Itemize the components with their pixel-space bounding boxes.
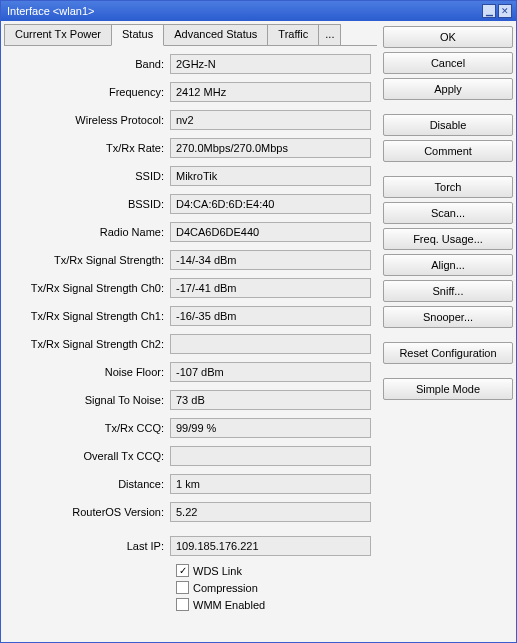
reset-config-button[interactable]: Reset Configuration xyxy=(383,342,513,364)
band-value: 2GHz-N xyxy=(170,54,371,74)
wmm-enabled-label: WMM Enabled xyxy=(193,599,265,611)
routeros-version-value: 5.22 xyxy=(170,502,371,522)
compression-row: Compression xyxy=(176,581,371,594)
last-ip-label: Last IP: xyxy=(10,540,170,552)
signal-ch2-label: Tx/Rx Signal Strength Ch2: xyxy=(10,338,170,350)
close-icon[interactable]: ✕ xyxy=(498,4,512,18)
distance-label: Distance: xyxy=(10,478,170,490)
tab-traffic[interactable]: Traffic xyxy=(267,24,319,45)
bssid-value: D4:CA:6D:6D:E4:40 xyxy=(170,194,371,214)
titlebar: Interface <wlan1> ▁ ✕ xyxy=(1,1,516,21)
routeros-version-label: RouterOS Version: xyxy=(10,506,170,518)
titlebar-controls: ▁ ✕ xyxy=(482,4,512,18)
scan-button[interactable]: Scan... xyxy=(383,202,513,224)
txrx-rate-label: Tx/Rx Rate: xyxy=(10,142,170,154)
distance-value: 1 km xyxy=(170,474,371,494)
disable-button[interactable]: Disable xyxy=(383,114,513,136)
ok-button[interactable]: OK xyxy=(383,26,513,48)
status-form: Band:2GHz-N Frequency:2412 MHz Wireless … xyxy=(4,46,377,639)
wmm-enabled-row: WMM Enabled xyxy=(176,598,371,611)
frequency-label: Frequency: xyxy=(10,86,170,98)
window-title: Interface <wlan1> xyxy=(7,5,482,17)
button-panel: OK Cancel Apply Disable Comment Torch Sc… xyxy=(383,24,513,639)
tabstrip: Current Tx Power Status Advanced Status … xyxy=(4,24,377,46)
wds-link-label: WDS Link xyxy=(193,565,242,577)
wds-link-checkbox[interactable]: ✓ xyxy=(176,564,189,577)
radio-name-value: D4CA6D6DE440 xyxy=(170,222,371,242)
tab-more[interactable]: ... xyxy=(318,24,341,45)
tab-advanced-status[interactable]: Advanced Status xyxy=(163,24,268,45)
overall-tx-ccq-label: Overall Tx CCQ: xyxy=(10,450,170,462)
signal-to-noise-label: Signal To Noise: xyxy=(10,394,170,406)
freq-usage-button[interactable]: Freq. Usage... xyxy=(383,228,513,250)
noise-floor-label: Noise Floor: xyxy=(10,366,170,378)
band-label: Band: xyxy=(10,58,170,70)
tab-status[interactable]: Status xyxy=(111,24,164,46)
content: Current Tx Power Status Advanced Status … xyxy=(1,21,516,642)
overall-tx-ccq-value xyxy=(170,446,371,466)
last-ip-value: 109.185.176.221 xyxy=(170,536,371,556)
signal-ch0-value: -17/-41 dBm xyxy=(170,278,371,298)
bssid-label: BSSID: xyxy=(10,198,170,210)
wireless-protocol-value: nv2 xyxy=(170,110,371,130)
interface-window: Interface <wlan1> ▁ ✕ Current Tx Power S… xyxy=(0,0,517,643)
signal-ch2-value xyxy=(170,334,371,354)
ssid-label: SSID: xyxy=(10,170,170,182)
compression-label: Compression xyxy=(193,582,258,594)
left-panel: Current Tx Power Status Advanced Status … xyxy=(4,24,377,639)
torch-button[interactable]: Torch xyxy=(383,176,513,198)
frequency-value: 2412 MHz xyxy=(170,82,371,102)
compression-checkbox[interactable] xyxy=(176,581,189,594)
sniff-button[interactable]: Sniff... xyxy=(383,280,513,302)
wds-link-row: ✓ WDS Link xyxy=(176,564,371,577)
ssid-value: MikroTik xyxy=(170,166,371,186)
wireless-protocol-label: Wireless Protocol: xyxy=(10,114,170,126)
signal-strength-value: -14/-34 dBm xyxy=(170,250,371,270)
noise-floor-value: -107 dBm xyxy=(170,362,371,382)
signal-to-noise-value: 73 dB xyxy=(170,390,371,410)
signal-ch0-label: Tx/Rx Signal Strength Ch0: xyxy=(10,282,170,294)
txrx-ccq-label: Tx/Rx CCQ: xyxy=(10,422,170,434)
apply-button[interactable]: Apply xyxy=(383,78,513,100)
snooper-button[interactable]: Snooper... xyxy=(383,306,513,328)
txrx-ccq-value: 99/99 % xyxy=(170,418,371,438)
align-button[interactable]: Align... xyxy=(383,254,513,276)
txrx-rate-value: 270.0Mbps/270.0Mbps xyxy=(170,138,371,158)
simple-mode-button[interactable]: Simple Mode xyxy=(383,378,513,400)
signal-ch1-value: -16/-35 dBm xyxy=(170,306,371,326)
cancel-button[interactable]: Cancel xyxy=(383,52,513,74)
signal-ch1-label: Tx/Rx Signal Strength Ch1: xyxy=(10,310,170,322)
minimize-icon[interactable]: ▁ xyxy=(482,4,496,18)
signal-strength-label: Tx/Rx Signal Strength: xyxy=(10,254,170,266)
wmm-enabled-checkbox[interactable] xyxy=(176,598,189,611)
comment-button[interactable]: Comment xyxy=(383,140,513,162)
radio-name-label: Radio Name: xyxy=(10,226,170,238)
tab-current-tx-power[interactable]: Current Tx Power xyxy=(4,24,112,45)
